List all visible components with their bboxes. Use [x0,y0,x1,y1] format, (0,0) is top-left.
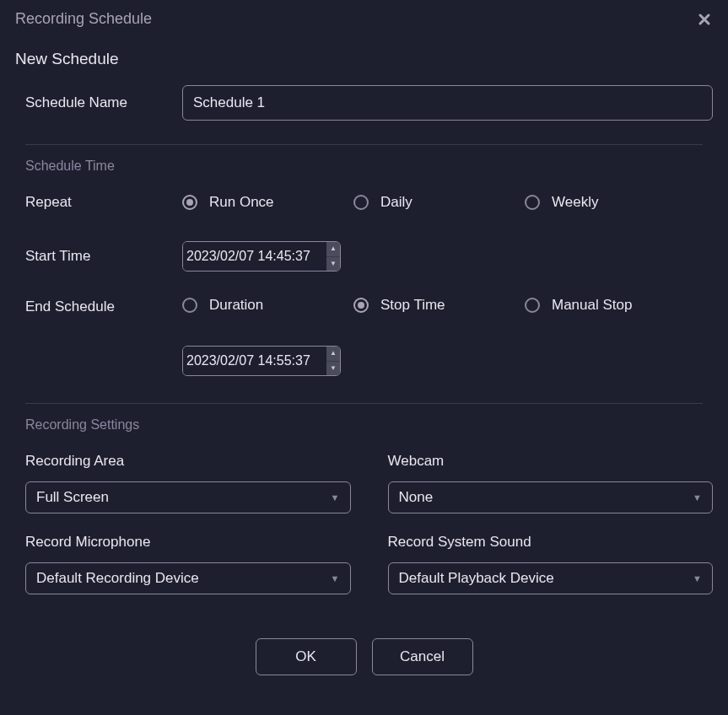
system-sound-select[interactable]: Default Playback Device ▼ [388,562,714,594]
end-time-input[interactable] [183,347,326,375]
repeat-weekly-radio[interactable]: Weekly [525,194,696,211]
ok-button[interactable]: OK [256,638,357,675]
start-time-input[interactable] [183,242,326,271]
start-time-down-button[interactable]: ▼ [326,257,340,271]
end-schedule-radio-group: Duration Stop Time Manual Stop [182,297,713,314]
repeat-daily-radio[interactable]: Daily [353,194,525,211]
radio-label: Run Once [209,194,274,211]
chevron-down-icon: ▼ [331,492,340,503]
chevron-up-icon: ▲ [330,350,337,357]
divider [25,403,703,404]
microphone-label: Record Microphone [25,534,351,551]
end-stop-time-radio[interactable]: Stop Time [353,297,525,314]
end-time-field: ▲ ▼ [182,346,341,376]
radio-label: Duration [209,297,263,314]
end-manual-stop-radio[interactable]: Manual Stop [525,297,696,314]
dialog-subtitle: New Schedule [15,50,713,68]
select-value: Default Playback Device [399,570,693,587]
window-title: Recording Schedule [15,10,152,28]
chevron-down-icon: ▼ [331,573,340,583]
chevron-down-icon: ▼ [693,573,702,583]
start-time-field: ▲ ▼ [182,241,341,271]
recording-settings-section-label: Recording Settings [15,417,713,433]
close-icon [698,13,710,25]
chevron-down-icon: ▼ [330,365,337,372]
repeat-radio-group: Run Once Daily Weekly [182,194,713,211]
end-time-up-button[interactable]: ▲ [326,347,340,362]
radio-icon [353,298,369,313]
select-value: Full Screen [36,489,331,506]
schedule-name-label: Schedule Name [25,94,182,111]
cancel-button[interactable]: Cancel [372,638,473,675]
chevron-up-icon: ▲ [330,245,337,252]
chevron-down-icon: ▼ [693,492,702,503]
system-sound-label: Record System Sound [388,534,714,551]
start-time-label: Start Time [25,248,182,265]
webcam-label: Webcam [388,453,714,470]
recording-area-label: Recording Area [25,453,351,470]
close-button[interactable] [696,11,713,28]
repeat-run-once-radio[interactable]: Run Once [182,194,353,211]
radio-icon [525,195,540,210]
radio-label: Daily [380,194,413,211]
radio-label: Stop Time [380,297,445,314]
titlebar: Recording Schedule [0,0,728,35]
end-duration-radio[interactable]: Duration [182,297,353,314]
select-value: Default Recording Device [36,570,331,587]
chevron-down-icon: ▼ [330,261,337,267]
end-time-down-button[interactable]: ▼ [326,362,340,376]
recording-area-select[interactable]: Full Screen ▼ [25,481,351,513]
end-schedule-label: End Schedule [25,297,182,315]
webcam-select[interactable]: None ▼ [388,481,714,513]
recording-schedule-dialog: Recording Schedule New Schedule Schedule… [0,0,728,715]
radio-label: Weekly [552,194,598,211]
radio-label: Manual Stop [552,297,632,314]
repeat-label: Repeat [25,194,182,211]
divider [25,144,703,145]
radio-icon [182,195,197,210]
schedule-name-input[interactable] [182,85,713,121]
schedule-time-section-label: Schedule Time [15,159,713,174]
start-time-up-button[interactable]: ▲ [326,242,340,257]
radio-icon [525,298,540,313]
radio-icon [182,298,197,313]
radio-icon [353,195,369,210]
select-value: None [399,489,693,506]
microphone-select[interactable]: Default Recording Device ▼ [25,562,351,594]
